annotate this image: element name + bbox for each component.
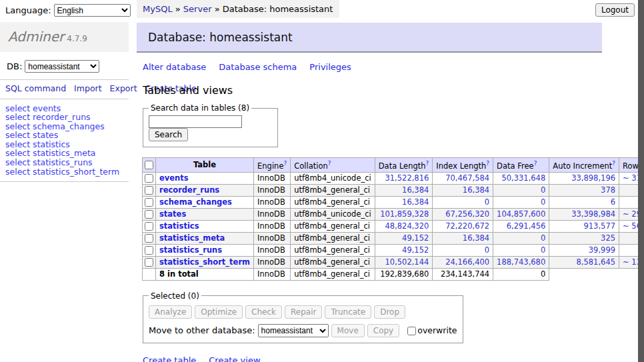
column-header: Data Length?: [375, 158, 433, 173]
drop-button[interactable]: Drop: [374, 305, 405, 319]
vertical-scrollbar[interactable]: [638, 0, 644, 362]
engine-cell: InnoDB: [254, 244, 291, 256]
breadcrumb-link[interactable]: MySQL: [143, 4, 173, 14]
auto-increment-cell: 913,577: [549, 220, 619, 232]
table-name-cell: statistics_short_term: [156, 256, 254, 268]
table-name-link[interactable]: statistics_meta: [159, 233, 225, 243]
breadcrumb-current: Database: homeassistant: [223, 4, 333, 14]
sidebar-select-link[interactable]: select statistics_short_term: [5, 167, 129, 177]
check-button[interactable]: Check: [245, 305, 282, 319]
column-header: Table: [156, 158, 254, 173]
auto-increment-cell: 39,999: [549, 244, 619, 256]
row-select-cell: [143, 256, 156, 268]
column-help-link[interactable]: ?: [426, 160, 429, 167]
row-select-cell: [143, 172, 156, 184]
sidebar-select-link[interactable]: select schema_changes: [5, 122, 129, 131]
sidebar: Language:English Adminer4.7.9 DB:homeass…: [0, 0, 129, 362]
data-length-cell: 31,522,816: [375, 172, 433, 184]
database-action-link[interactable]: Database schema: [219, 62, 297, 72]
column-help-link[interactable]: ?: [534, 160, 537, 167]
breadcrumb-separator: »: [173, 4, 183, 14]
overwrite-checkbox[interactable]: [407, 327, 416, 335]
sidebar-select-link[interactable]: select statistics_meta: [5, 149, 129, 158]
row-checkbox[interactable]: [145, 198, 153, 207]
table-name-cell: statistics_meta: [156, 232, 254, 244]
sidebar-select-link[interactable]: select states: [5, 131, 129, 140]
search-input[interactable]: [149, 115, 242, 128]
move-label: Move to other database:: [149, 325, 255, 335]
data-length-cell: 16,384: [375, 196, 433, 208]
table-name-link[interactable]: statistics_short_term: [159, 257, 250, 267]
database-action-link[interactable]: Privileges: [309, 62, 351, 72]
engine-cell: InnoDB: [254, 184, 291, 196]
row-checkbox[interactable]: [145, 222, 153, 231]
db-select[interactable]: homeassistant: [25, 60, 99, 73]
table-name-link[interactable]: schema_changes: [159, 197, 232, 207]
move-button[interactable]: Move: [331, 324, 365, 337]
column-help-link[interactable]: ?: [486, 160, 489, 167]
database-action-links: Alter databaseDatabase schemaPrivileges: [143, 62, 602, 72]
repair-button[interactable]: Repair: [285, 305, 322, 319]
data-free-cell: 0: [493, 196, 549, 208]
sidebar-command-link[interactable]: Import: [74, 83, 102, 93]
db-row: DB:homeassistant: [0, 52, 129, 79]
column-help-link[interactable]: ?: [612, 160, 615, 167]
sidebar-select-link[interactable]: select recorder_runs: [5, 113, 129, 122]
logout-button[interactable]: Logout: [595, 3, 635, 17]
copy-button[interactable]: Copy: [367, 324, 399, 337]
column-help-link[interactable]: ?: [534, 160, 537, 167]
page-title: Database: homeassistant: [137, 23, 602, 53]
column-help-link[interactable]: ?: [328, 160, 331, 167]
table-name-cell: states: [156, 208, 254, 220]
index-length-cell: 0: [433, 196, 493, 208]
column-help-link[interactable]: ?: [426, 160, 429, 167]
table-header-row: TableEngine?Collation?Data Length?Index …: [143, 158, 644, 173]
engine-cell: InnoDB: [254, 232, 291, 244]
main-content: MySQL » Server » Database: homeassistant…: [137, 0, 602, 362]
column-help-link[interactable]: ?: [328, 160, 331, 167]
sidebar-command-link[interactable]: SQL command: [5, 83, 66, 93]
index-length-cell: 16,384: [433, 184, 493, 196]
table-row: statistics_runsInnoDButf8mb4_general_ci4…: [143, 244, 644, 256]
row-select-cell: [143, 208, 156, 220]
data-length-cell: 49,152: [375, 232, 433, 244]
create-link[interactable]: Create view: [209, 355, 260, 362]
collation-cell: utf8mb4_general_ci: [291, 196, 375, 208]
select-all-checkbox[interactable]: [145, 161, 153, 169]
table-name-link[interactable]: statistics_runs: [159, 245, 222, 255]
analyze-button[interactable]: Analyze: [149, 305, 192, 319]
move-db-select[interactable]: homeassistant: [258, 324, 329, 337]
column-help-link[interactable]: ?: [486, 160, 489, 167]
sidebar-select-link[interactable]: select events: [5, 104, 129, 113]
breadcrumb-link[interactable]: Server: [183, 4, 212, 14]
sidebar-select-link[interactable]: select statistics: [5, 140, 129, 149]
column-help-link[interactable]: ?: [612, 160, 615, 167]
create-link[interactable]: Create table: [143, 355, 196, 362]
row-checkbox[interactable]: [145, 258, 153, 267]
truncate-button[interactable]: Truncate: [325, 305, 371, 319]
table-name-link[interactable]: states: [159, 209, 186, 219]
row-checkbox[interactable]: [145, 174, 153, 183]
row-checkbox[interactable]: [145, 186, 153, 195]
app-version: 4.7.9: [67, 34, 87, 43]
sidebar-command-link[interactable]: Export: [110, 83, 137, 93]
move-row: Move to other database:homeassistantMove…: [149, 324, 457, 337]
column-help-link[interactable]: ?: [283, 160, 287, 167]
auto-increment-cell: 378: [549, 184, 619, 196]
table-name-link[interactable]: statistics: [159, 221, 199, 231]
sidebar-table-links: select eventsselect recorder_runsselect …: [0, 99, 129, 182]
data-free-cell: 6,291,456: [493, 220, 549, 232]
table-row: recorder_runsInnoDButf8mb4_general_ci16,…: [143, 184, 644, 196]
sidebar-select-link[interactable]: select statistics_runs: [5, 158, 129, 167]
column-help-link[interactable]: ?: [283, 160, 287, 167]
language-select[interactable]: English: [54, 4, 131, 17]
table-name-link[interactable]: events: [159, 173, 189, 183]
table-name-link[interactable]: recorder_runs: [159, 185, 219, 195]
index-length-cell: 72,220,672: [433, 220, 493, 232]
database-action-link[interactable]: Alter database: [143, 62, 206, 72]
search-button[interactable]: Search: [149, 128, 188, 141]
row-checkbox[interactable]: [145, 210, 153, 219]
row-checkbox[interactable]: [145, 246, 153, 255]
row-checkbox[interactable]: [145, 234, 153, 243]
optimize-button[interactable]: Optimize: [195, 305, 243, 319]
